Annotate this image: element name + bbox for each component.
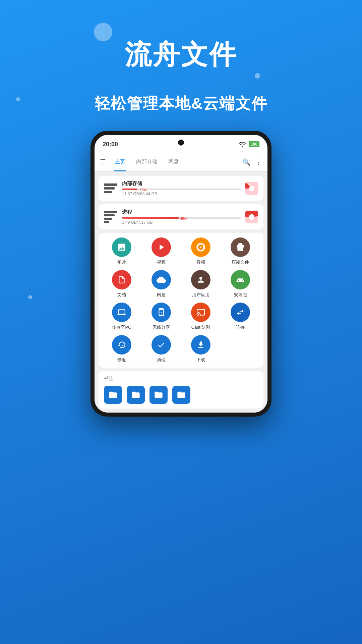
status-time: 20:00 — [103, 141, 118, 148]
bookmark-item-1[interactable] — [104, 386, 122, 404]
phone-screen: 20:00 100 ☰ 主页 内部存储 网盘 — [95, 135, 267, 413]
cloud-label: 网盘 — [157, 292, 166, 298]
cloud-icon — [152, 270, 171, 289]
archive-label: 压缩文件 — [232, 259, 249, 265]
process-progress-fill — [122, 217, 179, 219]
transfer-pc-icon — [112, 303, 131, 322]
decorative-dot-5 — [28, 295, 32, 299]
process-pie-chart — [245, 211, 258, 223]
storage-progress: 13% — [122, 189, 241, 190]
category-download[interactable]: 下载 — [181, 335, 221, 363]
storage-icon — [104, 182, 117, 195]
wireless-share-icon — [152, 303, 171, 322]
process-progress: 48% — [122, 217, 241, 219]
apk-icon — [231, 270, 250, 289]
tab-home[interactable]: 主页 — [109, 152, 131, 171]
clean-icon — [152, 335, 171, 355]
category-recent[interactable]: 最近 — [102, 335, 141, 363]
category-user-apps[interactable]: 用户应用 — [181, 270, 221, 298]
header-area: 流舟文件 轻松管理本地&云端文件 — [0, 0, 362, 114]
clean-label: 清理 — [157, 357, 166, 363]
category-photos[interactable]: 图片 — [102, 237, 141, 265]
category-grid: 图片 视频 音频 — [99, 233, 263, 368]
internal-storage-card[interactable]: 内部存储 13% 11.87 GB/88.44 GB — [99, 176, 263, 201]
bookmarks-row — [104, 386, 258, 404]
svg-point-5 — [249, 214, 254, 220]
connect-icon — [231, 303, 250, 322]
storage-title: 内部存储 — [122, 180, 241, 187]
category-docs[interactable]: 文档 — [102, 270, 141, 298]
wifi-icon — [239, 141, 246, 147]
storage-info: 内部存储 13% 11.87 GB/88.44 GB — [122, 180, 241, 196]
apk-label: 安装包 — [234, 292, 247, 298]
tab-internal-storage[interactable]: 内部存储 — [131, 152, 163, 171]
tab-cloud[interactable]: 网盘 — [163, 152, 184, 171]
archive-icon — [231, 237, 250, 257]
process-icon — [104, 211, 117, 223]
category-apk[interactable]: 安装包 — [221, 270, 260, 298]
category-cast[interactable]: Cast 队列 — [181, 303, 221, 330]
category-connect[interactable]: 连接 — [221, 303, 260, 330]
cast-label: Cast 队列 — [191, 324, 210, 330]
category-audio[interactable]: 音频 — [181, 237, 221, 265]
status-bar: 20:00 100 — [95, 135, 267, 152]
bookmark-item-4[interactable] — [172, 386, 190, 404]
app-subtitle: 轻松管理本地&云端文件 — [0, 93, 362, 114]
status-icons: 100 — [239, 141, 259, 147]
menu-icon[interactable]: ☰ — [100, 158, 106, 166]
phone-mockup: 20:00 100 ☰ 主页 内部存储 网盘 — [90, 131, 272, 417]
category-clean[interactable]: 清理 — [141, 335, 181, 363]
bookmark-item-3[interactable] — [149, 386, 168, 404]
audio-label: 音频 — [196, 259, 205, 265]
wireless-share-label: 无线分享 — [153, 324, 170, 330]
process-progress-label: 48% — [180, 217, 187, 220]
download-label: 下载 — [196, 357, 205, 363]
process-card[interactable]: 进程 48% 3.49 GB/7.17 GB — [99, 204, 263, 229]
user-apps-label: 用户应用 — [192, 292, 209, 298]
category-transfer-pc[interactable]: 传输至PC — [102, 303, 141, 330]
storage-size: 11.87 GB/88.44 GB — [122, 192, 241, 196]
nav-actions: 🔍 ⋮ — [242, 158, 262, 166]
video-icon — [152, 237, 171, 257]
app-title: 流舟文件 — [0, 37, 362, 73]
more-options-icon[interactable]: ⋮ — [255, 158, 262, 166]
storage-pie-chart — [245, 182, 258, 195]
navigation-bar: ☰ 主页 内部存储 网盘 🔍 ⋮ — [95, 152, 267, 172]
connect-label: 连接 — [236, 324, 245, 330]
video-label: 视频 — [157, 259, 166, 265]
category-video[interactable]: 视频 — [141, 237, 181, 265]
battery-icon: 100 — [249, 141, 259, 147]
recent-icon — [112, 335, 131, 355]
svg-point-2 — [249, 186, 254, 191]
process-info: 进程 48% 3.49 GB/7.17 GB — [122, 209, 241, 225]
photos-label: 图片 — [117, 259, 126, 265]
photos-icon — [112, 237, 131, 257]
docs-label: 文档 — [117, 292, 126, 298]
transfer-pc-label: 传输至PC — [112, 324, 131, 330]
bookmarks-section: 书签 — [99, 371, 263, 409]
user-apps-icon — [191, 270, 210, 289]
storage-progress-label: 13% — [140, 188, 146, 192]
audio-icon — [191, 237, 210, 257]
camera-hole — [178, 140, 184, 146]
recent-label: 最近 — [117, 357, 126, 363]
category-archive[interactable]: 压缩文件 — [221, 237, 260, 265]
process-title: 进程 — [122, 209, 241, 215]
main-content: 内部存储 13% 11.87 GB/88.44 GB — [95, 172, 267, 413]
category-cloud[interactable]: 网盘 — [141, 270, 181, 298]
cast-icon — [191, 303, 210, 322]
bookmark-item-2[interactable] — [127, 386, 145, 404]
download-icon — [191, 335, 210, 355]
bookmarks-title: 书签 — [104, 376, 258, 382]
nav-tabs: 主页 内部存储 网盘 — [109, 152, 242, 171]
process-size: 3.49 GB/7.17 GB — [122, 220, 241, 225]
category-wireless-share[interactable]: 无线分享 — [141, 303, 181, 330]
storage-progress-fill — [122, 189, 137, 190]
docs-icon — [112, 270, 131, 289]
search-icon[interactable]: 🔍 — [242, 158, 251, 166]
